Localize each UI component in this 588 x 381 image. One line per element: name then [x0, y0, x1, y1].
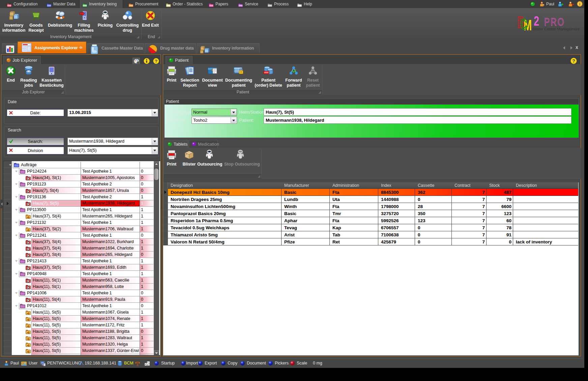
svg-text:Blister Center Management: Blister Center Management — [532, 27, 580, 31]
svg-text:?: ? — [155, 59, 157, 64]
svg-text:C: C — [521, 16, 527, 32]
svg-text:?: ? — [572, 58, 575, 64]
svg-text:PRO: PRO — [544, 16, 565, 28]
svg-text:i: i — [579, 2, 580, 6]
svg-text:2: 2 — [534, 13, 539, 28]
